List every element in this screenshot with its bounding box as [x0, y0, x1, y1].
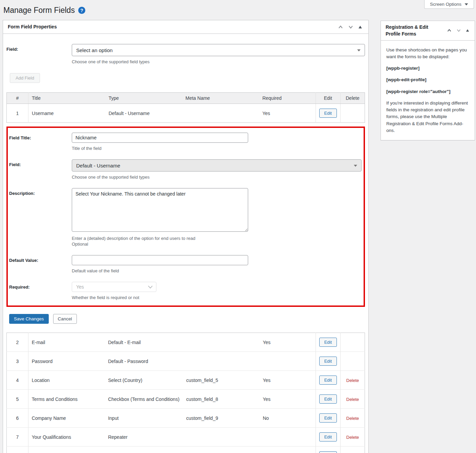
panel-header: Form Field Properties	[3, 20, 368, 34]
collapse-toggle-icon[interactable]	[464, 27, 471, 33]
screen-options-label: Screen Options	[430, 2, 461, 7]
row-num: 2	[7, 333, 28, 352]
row-type: Input	[105, 409, 183, 428]
edit-button[interactable]: Edit	[319, 451, 337, 453]
row-meta	[183, 428, 259, 447]
col-header-title: Title	[28, 93, 105, 104]
sidebar-panel-title: Registration & Edit Profile Forms	[386, 24, 442, 38]
page-title: Manage Form Fields	[3, 6, 75, 15]
edit-button[interactable]: Edit	[319, 413, 337, 423]
row-required: No	[259, 409, 316, 428]
edit-button[interactable]: Edit	[319, 394, 337, 404]
row-required: Yes	[259, 371, 316, 390]
row-meta: description	[183, 447, 259, 453]
field-title-help: Title of the field	[72, 146, 362, 151]
sidebar-panel-header: Registration & Edit Profile Forms	[381, 21, 475, 41]
delete-link[interactable]: Delete	[346, 435, 359, 440]
row-title: Your Qualifications	[28, 428, 105, 447]
row-title: Username	[28, 104, 105, 123]
row-num: 6	[7, 409, 28, 428]
cancel-button[interactable]: Cancel	[53, 314, 77, 324]
field-row: Field: Default - Username Choose one of …	[9, 159, 362, 180]
row-meta: custom_field_8	[183, 390, 259, 409]
form-field-properties-panel: Form Field Properties Field:	[3, 20, 369, 453]
default-value-help: Default value of the field	[72, 268, 362, 273]
field-select-value: Default - Username	[76, 163, 120, 168]
row-type: Default - Username	[105, 104, 182, 123]
edit-button[interactable]: Edit	[319, 109, 337, 118]
chevron-down-icon	[148, 286, 153, 289]
field-type-select-value: Select an option	[76, 47, 113, 53]
default-value-input[interactable]	[72, 255, 248, 265]
field-label: Field:	[6, 44, 72, 52]
row-title: Location	[28, 371, 105, 390]
move-down-icon[interactable]	[346, 23, 355, 31]
table-row: 2 E-mail Default - E-mail Yes Edit	[7, 333, 365, 352]
move-up-icon[interactable]	[336, 23, 345, 31]
help-icon[interactable]: ?	[78, 7, 85, 14]
screen-options-button[interactable]: Screen Options	[424, 0, 474, 9]
edit-button[interactable]: Edit	[319, 376, 337, 385]
select-caret-icon	[357, 49, 361, 51]
field-title-input[interactable]	[72, 133, 248, 143]
edit-button[interactable]: Edit	[319, 357, 337, 366]
delete-link[interactable]: Delete	[346, 397, 359, 402]
save-changes-button[interactable]: Save Changes	[9, 314, 49, 324]
row-meta: custom_field_9	[183, 409, 259, 428]
field-select-help: Choose one of the supported field types	[72, 59, 365, 64]
fields-table-bottom: 2 E-mail Default - E-mail Yes Edit 3 Pas…	[6, 333, 365, 453]
required-select-value: Yes	[76, 284, 84, 290]
description-help-optional: Optional	[72, 242, 362, 247]
row-num: 1	[7, 104, 28, 123]
select-caret-icon	[354, 165, 357, 167]
row-num: 8	[7, 447, 28, 453]
field-title-row: Field Title: Title of the field	[9, 133, 362, 151]
row-meta	[183, 333, 259, 352]
row-meta: custom_field_5	[183, 371, 259, 390]
field-help: Choose one of the supported field types	[72, 175, 362, 180]
move-up-icon[interactable]	[445, 27, 454, 34]
sidebar-panel-body: Use these shortcodes on the pages you wa…	[381, 41, 475, 140]
move-down-icon[interactable]	[454, 27, 463, 34]
row-type: Select (Country)	[105, 371, 183, 390]
row-title: Terms and Conditions	[28, 390, 105, 409]
description-label: Description:	[9, 188, 72, 196]
col-header-delete: Delete	[340, 93, 365, 104]
page-header: Manage Form Fields ?	[0, 0, 476, 20]
default-value-label: Default Value:	[9, 255, 72, 263]
col-header-type: Type	[105, 93, 182, 104]
row-type: Default - E-mail	[105, 333, 183, 352]
row-title: E-mail	[28, 333, 105, 352]
required-help: Whether the field is required or not	[72, 295, 362, 300]
field-type-select[interactable]: Select an option	[72, 44, 365, 56]
row-required	[259, 352, 316, 371]
row-required: Yes	[259, 104, 316, 123]
delete-link[interactable]: Delete	[346, 416, 359, 421]
row-title: About Yourself	[28, 447, 105, 453]
edit-button[interactable]: Edit	[319, 338, 337, 347]
row-num: 4	[7, 371, 28, 390]
field-label: Field:	[9, 159, 72, 167]
row-required: Yes	[259, 333, 316, 352]
shortcode-edit-profile: [wppb-edit-profile]	[386, 76, 469, 83]
row-meta	[183, 352, 259, 371]
add-field-button[interactable]: Add Field	[10, 73, 40, 83]
row-num: 5	[7, 390, 28, 409]
description-textarea[interactable]: Select Your Nickname. This cannot be cha…	[72, 188, 248, 232]
panel-title: Form Field Properties	[8, 23, 57, 30]
form-actions: Save Changes Cancel	[9, 314, 365, 324]
shortcode-register: [wppb-register]	[386, 65, 469, 72]
col-header-meta: Meta Name	[182, 93, 259, 104]
table-row: 7 Your Qualifications Repeater Edit Dele…	[7, 428, 365, 447]
row-type: Repeater	[105, 428, 183, 447]
fields-table-top: # Title Type Meta Name Required Edit Del…	[6, 92, 365, 123]
table-row: 1 Username Default - Username Yes Edit	[7, 104, 365, 123]
delete-link[interactable]: Delete	[346, 378, 359, 383]
row-meta	[182, 104, 259, 123]
shortcodes-intro: Use these shortcodes on the pages you wa…	[386, 47, 469, 61]
col-header-required: Required	[259, 93, 316, 104]
row-title: Company Name	[28, 409, 105, 428]
collapse-toggle-icon[interactable]	[356, 24, 364, 30]
edit-button[interactable]: Edit	[319, 432, 337, 441]
shortcodes-panel: Registration & Edit Profile Forms Use th…	[381, 21, 475, 140]
